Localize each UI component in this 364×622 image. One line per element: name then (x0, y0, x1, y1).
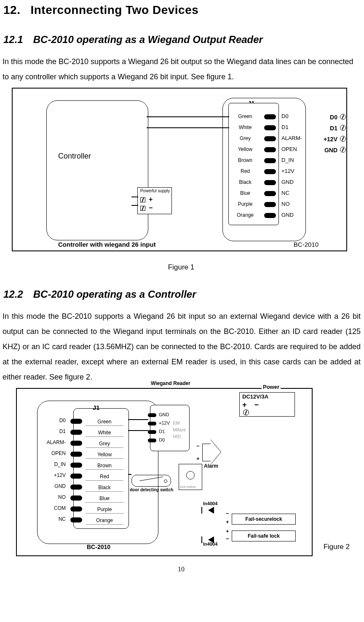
j1-color: White (230, 124, 260, 130)
j1-color: Brown (86, 462, 123, 470)
f2-j1-connector: Green White Grey Yellow Brown Red Black … (73, 408, 129, 529)
j1-color: Red (86, 473, 123, 481)
page-number: 10 (2, 565, 361, 573)
j1-color: Brown (230, 157, 260, 163)
door-switch-box (131, 475, 171, 487)
j1-color: Blue (86, 495, 123, 503)
door-switch-label: door detecting switch (130, 487, 173, 492)
reader-type: Mifare (173, 426, 186, 433)
j1-pin: GND (281, 212, 294, 218)
j1-color: Orange (230, 212, 260, 218)
section-title: Interconnecting Two Devices (30, 3, 198, 16)
power-supply-box: Powerful supply + − (137, 187, 172, 214)
j1-color: Purple (230, 201, 260, 207)
j1-color: Blue (230, 190, 260, 196)
j1-connector: Green White Grey Yellow Brown Red Black … (228, 103, 279, 225)
reader-pin: D1 (159, 429, 165, 434)
j1-color: White (86, 429, 123, 437)
f2-bc2010-label: BC-2010 (87, 544, 110, 550)
j1-color: Green (230, 113, 260, 119)
ctrl-term-label: +12V (324, 136, 337, 143)
f2-pin: OPEN (41, 450, 66, 456)
section-number: 12. (3, 3, 20, 16)
exit-button-box: Exit button (179, 464, 202, 490)
j1-pin: OPEN (281, 146, 297, 152)
reader-pin: +12V (159, 420, 170, 425)
j1-color: Black (230, 179, 260, 185)
j1-color: Yellow (86, 451, 123, 459)
subsection-heading-2: 12.2BC-2010 operating as a Controller (3, 288, 361, 300)
j1-color: Grey (86, 440, 123, 448)
reader-type: HID (173, 433, 186, 440)
j1-color: Green (86, 418, 123, 426)
bc2010-label: BC-2010 (294, 241, 318, 248)
reader-type: EM (173, 420, 186, 426)
wiegand-reader-title: Wiegand Reader (151, 380, 190, 386)
j1-pin: NC (281, 190, 289, 196)
f2-pin: NC (41, 516, 66, 522)
j1-pin: GND (281, 179, 294, 185)
subsection-title: BC-2010 operating as a Controller (33, 288, 196, 300)
subsection-title: BC-2010 operating as a Wiegand Output Re… (33, 34, 263, 45)
alarm-speaker: Alarm (202, 444, 211, 461)
ctrl-term-label: D0 (330, 114, 337, 121)
reader-pin: GND (159, 412, 169, 417)
f2-pin: D1 (41, 428, 66, 434)
subsection-heading-1: 12.1BC-2010 operating as a Wiegand Outpu… (3, 34, 361, 46)
alarm-label: Alarm (204, 463, 218, 469)
psu-label: Powerful supply (139, 188, 171, 193)
diode-label-1: In4004 (203, 501, 217, 506)
subsection-2-body: In this mode the BC-2010 supports a Wieg… (3, 309, 361, 385)
j1-color: Grey (230, 135, 260, 141)
section-heading: 12.Interconnecting Two Devices (3, 3, 361, 17)
figure-1: Controller Controller with wiegand 26 in… (12, 88, 347, 251)
j1-color: Black (86, 484, 123, 492)
j1-color: Orange (86, 517, 123, 525)
fail-safe-lock: Fail-safe lock (232, 530, 296, 541)
controller-caption: Controller with wiegand 26 input (58, 241, 156, 248)
j1-color: Yellow (230, 146, 260, 152)
power-text: DC12V/3A (240, 393, 294, 401)
f2-pin: GND (41, 483, 66, 489)
figure-2: BC-2010 J1 Green White Grey Yellow Brown… (16, 388, 313, 556)
j1-pin: NO (281, 201, 290, 207)
power-title: Power (262, 384, 281, 390)
ctrl-term-label: GND (324, 147, 337, 153)
exit-button-label: Exit button (180, 485, 196, 489)
j1-pin: +12V (281, 168, 294, 174)
wiegand-reader-box: GND +12V D1 D0 EM Mifare HID (150, 405, 190, 451)
j1-pin: D0 (281, 113, 289, 119)
subsection-number: 12.2 (3, 288, 23, 300)
power-box: DC12V/3A +− (239, 392, 295, 417)
fail-secure-lock: Fail-securelock (232, 514, 296, 525)
ctrl-term-label: D1 (330, 125, 337, 132)
j1-pin: D_IN (281, 157, 294, 163)
j1-color: Purple (86, 506, 123, 514)
j1-pin: ALARM- (281, 135, 302, 141)
figure-1-caption: Figure 1 (2, 263, 361, 272)
f2-pin: D_IN (41, 461, 66, 467)
figure-2-caption: Figure 2 (324, 543, 350, 551)
f2-pin: D0 (41, 417, 66, 423)
subsection-number: 12.1 (3, 34, 23, 45)
f2-pin: +12V (41, 472, 66, 478)
f2-pin: COM (41, 505, 66, 511)
f2-pin: NO (41, 494, 66, 500)
f2-pin: ALARM- (41, 439, 66, 445)
subsection-1-body: In this mode the BC-2010 supports a Wieg… (3, 54, 361, 84)
j1-color: Red (230, 168, 260, 174)
controller-label: Controller (58, 152, 91, 161)
j1-pin: D1 (281, 124, 289, 130)
reader-pin: D0 (159, 437, 165, 442)
